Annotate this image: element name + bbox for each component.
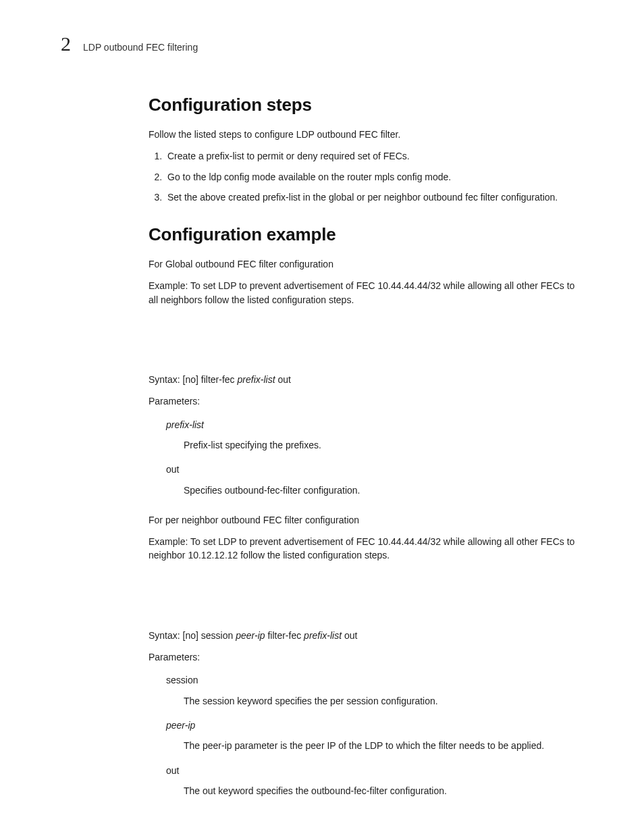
global-example: Example: To set LDP to prevent advertise… <box>149 279 583 307</box>
body-column: Configuration steps Follow the listed st… <box>149 95 583 798</box>
step-item: Set the above created prefix-list in the… <box>165 190 583 204</box>
heading-configuration-steps: Configuration steps <box>149 95 583 115</box>
code-placeholder <box>149 315 583 373</box>
step-item: Create a prefix-list to permit or deny r… <box>165 149 583 163</box>
param-desc: The session keyword specifies the per se… <box>184 694 583 708</box>
param-desc: The peer-ip parameter is the peer IP of … <box>184 739 583 752</box>
syntax-text: out <box>275 374 291 385</box>
heading-configuration-example: Configuration example <box>149 224 583 245</box>
syntax-label: Syntax: <box>149 374 180 385</box>
page-container: 2 LDP outbound FEC filtering Configurati… <box>0 0 644 834</box>
syntax-label: Syntax: <box>149 630 180 641</box>
param-term: out <box>166 463 583 476</box>
param-desc: The out keyword specifies the outbound-f… <box>184 784 583 798</box>
syntax-text: [no] session <box>180 630 236 641</box>
syntax-variable: peer-ip <box>236 630 265 641</box>
param-term: prefix-list <box>166 418 583 432</box>
step-item: Go to the ldp config mode available on t… <box>165 170 583 184</box>
chapter-number: 2 <box>61 34 71 54</box>
chapter-title: LDP outbound FEC filtering <box>83 42 198 53</box>
code-placeholder <box>149 571 583 629</box>
syntax-text: [no] filter-fec <box>180 374 238 385</box>
neighbor-title: For per neighbor outbound FEC filter con… <box>149 513 583 527</box>
param-term: session <box>166 673 583 687</box>
syntax-text: out <box>342 630 357 641</box>
param-desc: Specifies outbound-fec-filter configurat… <box>184 484 583 497</box>
running-header: 2 LDP outbound FEC filtering <box>61 34 583 54</box>
syntax-text: filter-fec <box>265 630 304 641</box>
param-term: peer-ip <box>166 719 583 732</box>
global-parameters-list: prefix-list Prefix-list specifying the p… <box>166 418 583 497</box>
neighbor-parameters-list: session The session keyword specifies th… <box>166 673 583 798</box>
param-desc: Prefix-list specifying the prefixes. <box>184 438 583 452</box>
global-title: For Global outbound FEC filter configura… <box>149 257 583 271</box>
steps-list: Create a prefix-list to permit or deny r… <box>149 149 583 204</box>
syntax-variable: prefix-list <box>304 630 342 641</box>
global-parameters-label: Parameters: <box>149 394 583 408</box>
global-syntax-line: Syntax: [no] filter-fec prefix-list out <box>149 373 583 386</box>
syntax-variable: prefix-list <box>238 374 275 385</box>
steps-intro: Follow the listed steps to configure LDP… <box>149 128 583 141</box>
neighbor-example: Example: To set LDP to prevent advertise… <box>149 535 583 563</box>
neighbor-parameters-label: Parameters: <box>149 650 583 664</box>
neighbor-syntax-line: Syntax: [no] session peer-ip filter-fec … <box>149 629 583 642</box>
param-term: out <box>166 764 583 777</box>
